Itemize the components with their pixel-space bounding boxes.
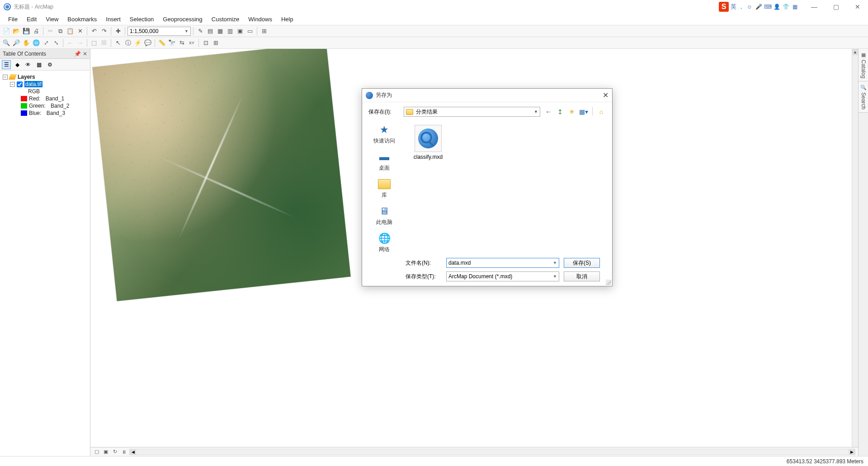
list-by-drawing-order-button[interactable]: ☰ — [2, 60, 11, 69]
place-this-pc[interactable]: 🖥 此电脑 — [376, 205, 392, 226]
ime-mic-icon[interactable]: 🎤 — [755, 3, 762, 10]
prev-extent-button[interactable]: ← — [66, 38, 75, 48]
minimize-button[interactable]: — — [807, 3, 821, 10]
filetype-dropdown[interactable]: ArcMap Document (*.mxd) ▼ — [446, 271, 559, 281]
ime-smiley-icon[interactable]: ☺ — [746, 3, 753, 10]
layers-root[interactable]: Layers — [18, 74, 35, 80]
tree-collapse-icon[interactable]: − — [3, 75, 8, 80]
save-in-dropdown[interactable]: 分类结果 ▼ — [404, 107, 540, 117]
pan-button[interactable]: ✋ — [22, 38, 31, 48]
list-by-source-button[interactable]: ◆ — [13, 60, 22, 69]
menu-customize[interactable]: Customize — [207, 14, 244, 24]
select-features-button[interactable]: ⬚ — [90, 38, 99, 48]
save-button[interactable]: 💾 — [22, 27, 31, 36]
menu-geoprocessing[interactable]: Geoprocessing — [158, 14, 207, 24]
filename-input[interactable]: data.mxd ▼ — [446, 258, 559, 268]
zoom-in-button[interactable]: 🔍 — [2, 38, 11, 48]
map-horizontal-scrollbar[interactable]: ◀ ▶ — [129, 449, 855, 455]
search-window-button[interactable]: ▦ — [216, 27, 225, 36]
layer-visibility-checkbox[interactable] — [17, 81, 23, 87]
ime-keyboard-icon[interactable]: ⌨ — [764, 3, 771, 10]
new-folder-button[interactable]: ✳ — [567, 107, 576, 116]
dialog-titlebar[interactable]: 另存为 ✕ — [362, 89, 612, 102]
place-network[interactable]: 🌐 网络 — [377, 233, 392, 253]
pause-drawing-button[interactable]: ⏸ — [120, 448, 127, 456]
clear-selection-button[interactable]: ☒ — [99, 38, 108, 48]
delete-button[interactable]: ✕ — [75, 27, 85, 36]
fixed-zoom-in-button[interactable]: ⤢ — [42, 38, 51, 48]
hyperlink-button[interactable]: ⚡ — [133, 38, 142, 48]
up-one-level-button[interactable]: ↥ — [556, 107, 565, 116]
menu-edit[interactable]: Edit — [22, 14, 41, 24]
options-button[interactable]: ⚙ — [45, 60, 54, 69]
ime-sogou-icon[interactable]: S — [719, 2, 729, 12]
modelbuilder-button[interactable]: ▭ — [245, 27, 255, 36]
search-tab[interactable]: 🔍Search — [859, 81, 868, 113]
scroll-left-icon[interactable]: ◀ — [130, 449, 136, 455]
layout-view-button[interactable]: ▣ — [102, 448, 109, 456]
list-by-selection-button[interactable]: ▦ — [34, 60, 43, 69]
ime-lang[interactable]: 英 — [731, 3, 736, 11]
fixed-zoom-out-button[interactable]: ⤡ — [52, 38, 61, 48]
identify-button[interactable]: ⓘ — [123, 38, 132, 48]
save-button[interactable]: 保存(S) — [564, 258, 600, 268]
ime-grid-icon[interactable]: ▦ — [791, 3, 798, 10]
print-button[interactable]: 🖨 — [32, 27, 41, 36]
undo-button[interactable]: ↶ — [90, 27, 99, 36]
menu-selection[interactable]: Selection — [125, 14, 158, 24]
ime-user-icon[interactable]: 👤 — [773, 3, 780, 10]
resize-handle[interactable] — [606, 280, 611, 285]
refresh-button[interactable]: ↻ — [111, 448, 118, 456]
goto-xy-button[interactable]: XY — [187, 38, 196, 48]
new-button[interactable]: 📄 — [2, 27, 11, 36]
menu-view[interactable]: View — [41, 14, 63, 24]
map-scale-input[interactable]: 1:1,500,000 ▼ — [127, 27, 191, 36]
find-route-button[interactable]: ⇆ — [177, 38, 186, 48]
place-quick-access[interactable]: ★ 快速访问 — [373, 124, 395, 145]
menu-insert[interactable]: Insert — [101, 14, 125, 24]
file-item[interactable]: classify.mxd — [408, 123, 448, 162]
cut-button[interactable]: ✂ — [46, 27, 55, 36]
close-button[interactable]: ✕ — [851, 3, 864, 10]
full-extent-button[interactable]: 🌐 — [32, 38, 41, 48]
html-popup-button[interactable]: 💬 — [143, 38, 152, 48]
time-slider-button[interactable]: ⊞ — [259, 27, 269, 36]
toc-close-icon[interactable]: ✕ — [83, 51, 87, 57]
menu-windows[interactable]: Windows — [244, 14, 277, 24]
open-button[interactable]: 📂 — [12, 27, 21, 36]
list-by-visibility-button[interactable]: 👁 — [24, 60, 33, 69]
dialog-close-button[interactable]: ✕ — [595, 91, 609, 100]
python-window-button[interactable]: ▣ — [236, 27, 245, 36]
cancel-button[interactable]: 取消 — [564, 271, 600, 281]
maximize-button[interactable]: ▢ — [829, 3, 843, 10]
view-menu-button[interactable]: ▦▾ — [579, 107, 588, 116]
viewer-window-button[interactable]: ⊡ — [201, 38, 210, 48]
file-listing[interactable]: classify.mxd — [406, 121, 606, 239]
editor-toolbar-button[interactable]: ✎ — [196, 27, 205, 36]
scroll-up-icon[interactable]: ▲ — [852, 49, 858, 55]
back-button[interactable]: ← — [544, 107, 553, 116]
add-data-button[interactable]: ✚ — [113, 27, 123, 36]
home-button[interactable]: ⌂ — [597, 107, 606, 116]
arctoolbox-button[interactable]: ▥ — [226, 27, 235, 36]
place-desktop[interactable]: ▬ 桌面 — [377, 151, 392, 172]
menu-file[interactable]: File — [4, 14, 22, 24]
paste-button[interactable]: 📋 — [66, 27, 75, 36]
scroll-right-icon[interactable]: ▶ — [849, 449, 855, 455]
place-libraries[interactable]: 库 — [377, 178, 392, 199]
data-view-button[interactable]: ▢ — [93, 448, 100, 456]
zoom-out-button[interactable]: 🔎 — [12, 38, 21, 48]
catalog-window-button[interactable]: ▤ — [206, 27, 215, 36]
find-button[interactable]: 🔭 — [167, 38, 176, 48]
catalog-tab[interactable]: ▦Catalog — [859, 49, 868, 81]
next-extent-button[interactable]: → — [75, 38, 85, 48]
copy-button[interactable]: ⧉ — [56, 27, 65, 36]
menu-bookmarks[interactable]: Bookmarks — [63, 14, 101, 24]
magnifier-window-button[interactable]: ⊞ — [211, 38, 220, 48]
layer-name[interactable]: data.tif — [24, 81, 42, 87]
tree-collapse-icon[interactable]: − — [10, 82, 15, 87]
pointer-button[interactable]: ↖ — [113, 38, 123, 48]
menu-help[interactable]: Help — [277, 14, 298, 24]
map-vertical-scrollbar[interactable]: ▲ ▼ — [852, 49, 858, 456]
redo-button[interactable]: ↷ — [99, 27, 108, 36]
